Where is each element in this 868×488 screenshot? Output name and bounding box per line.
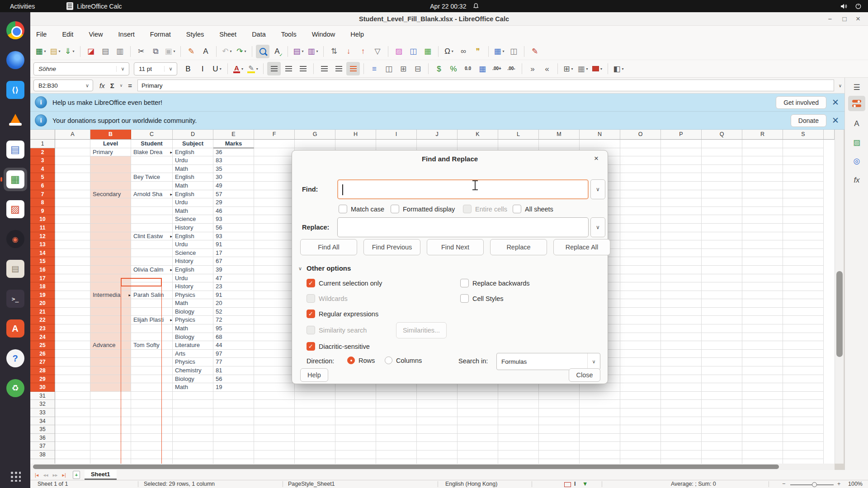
autofilter-icon[interactable]: ▽	[371, 45, 384, 58]
cell-D12[interactable]: English	[173, 232, 213, 241]
row-header-20[interactable]: 20	[30, 299, 55, 308]
cell-S13[interactable]	[783, 240, 824, 249]
cell-Q15[interactable]	[702, 257, 742, 266]
document-modified-icon[interactable]: ▼	[582, 481, 588, 487]
cell-J34[interactable]	[417, 417, 458, 426]
cell-P5[interactable]	[661, 173, 702, 182]
cell-B15[interactable]	[90, 257, 131, 266]
checkbox-icon[interactable]: ✓	[307, 279, 315, 287]
cell-F36[interactable]	[254, 434, 295, 442]
minimize-button[interactable]: −	[825, 14, 835, 24]
cell-F15[interactable]	[254, 257, 295, 266]
cell-E14[interactable]: 17	[213, 249, 254, 258]
cell-O8[interactable]	[620, 198, 661, 207]
cell-O24[interactable]	[620, 333, 661, 342]
cell-P19[interactable]	[661, 291, 702, 300]
find-input[interactable]	[337, 179, 589, 199]
cell-E26[interactable]: 97	[213, 350, 254, 358]
other-options-header[interactable]: Other options	[307, 264, 351, 272]
menu-styles[interactable]: Styles	[186, 31, 204, 38]
column-header-R[interactable]: R	[742, 130, 783, 140]
cell-O21[interactable]	[620, 308, 661, 316]
cell-P2[interactable]	[661, 148, 702, 157]
check-current-selection-only[interactable]: ✓Current selection only	[307, 279, 382, 287]
cell-S5[interactable]	[783, 173, 824, 182]
cell-B22[interactable]	[90, 316, 131, 324]
cell-S30[interactable]	[783, 383, 824, 392]
add-decimal-icon[interactable]: .00+	[490, 62, 504, 75]
cell-B16[interactable]	[90, 266, 131, 274]
cell-C37[interactable]	[131, 442, 173, 450]
cell-B34[interactable]	[90, 417, 131, 426]
cell-P37[interactable]	[661, 442, 702, 450]
cell-C17[interactable]	[131, 274, 173, 283]
cell-C9[interactable]	[131, 207, 173, 216]
sort-ascending-icon[interactable]: ↓	[342, 45, 355, 58]
cell-K35[interactable]	[458, 425, 498, 434]
cell-C34[interactable]	[131, 417, 173, 426]
cell-R3[interactable]	[742, 156, 783, 165]
cell-B13[interactable]	[90, 240, 131, 249]
cell-A30[interactable]	[55, 383, 90, 392]
sheet-tab-sheet1[interactable]: Sheet1	[85, 470, 117, 480]
open-icon[interactable]: ▤▾	[48, 45, 62, 58]
cell-Q2[interactable]	[702, 148, 742, 157]
cell-P39[interactable]	[661, 459, 702, 464]
cell-G37[interactable]	[295, 442, 335, 450]
cell-R21[interactable]	[742, 308, 783, 316]
donate-button[interactable]: Donate	[791, 114, 826, 127]
cell-E16[interactable]: 39	[213, 266, 254, 274]
cell-P11[interactable]	[661, 224, 702, 232]
column-header-H[interactable]: H	[335, 130, 376, 140]
cell-Q17[interactable]	[702, 274, 742, 283]
cell-A32[interactable]	[55, 400, 90, 408]
row-header-7[interactable]: 7	[30, 190, 55, 199]
cell-S2[interactable]	[783, 148, 824, 157]
row-header-36[interactable]: 36	[30, 434, 55, 442]
cell-D37[interactable]	[173, 442, 213, 450]
cell-R13[interactable]	[742, 240, 783, 249]
cell-R9[interactable]	[742, 207, 783, 216]
window-titlebar[interactable]: Student_Level_Fill_Blank.xlsx - LibreOff…	[0, 12, 868, 26]
cell-M1[interactable]	[539, 140, 580, 148]
row-header-4[interactable]: 4	[30, 165, 55, 174]
cell-M31[interactable]	[539, 392, 580, 400]
cell-K32[interactable]	[458, 400, 498, 408]
button-find-next[interactable]: Find Next	[427, 239, 484, 255]
cell-E6[interactable]: 49	[213, 182, 254, 190]
cell-C4[interactable]	[131, 165, 173, 174]
cell-L31[interactable]	[498, 392, 539, 400]
cell-O39[interactable]	[620, 459, 661, 464]
cell-H33[interactable]	[335, 408, 376, 417]
cell-C32[interactable]	[131, 400, 173, 408]
cell-F17[interactable]	[254, 274, 295, 283]
cell-P20[interactable]	[661, 299, 702, 308]
cell-I30[interactable]	[376, 383, 417, 392]
cell-D36[interactable]	[173, 434, 213, 442]
cell-F21[interactable]	[254, 308, 295, 316]
column-header-S[interactable]: S	[783, 130, 824, 140]
cell-D14[interactable]: Science	[173, 249, 213, 258]
cell-I38[interactable]	[376, 450, 417, 459]
close-dialog-button[interactable]: Close	[569, 368, 600, 382]
cell-B31[interactable]	[90, 392, 131, 400]
cell-D10[interactable]: Science	[173, 215, 213, 224]
cell-M30[interactable]	[539, 383, 580, 392]
cell-P3[interactable]	[661, 156, 702, 165]
cell-O6[interactable]	[620, 182, 661, 190]
cell-A28[interactable]	[55, 366, 90, 375]
row-header-10[interactable]: 10	[30, 215, 55, 224]
row-header-29[interactable]: 29	[30, 375, 55, 384]
cell-A2[interactable]	[55, 148, 90, 157]
clear-formatting-icon[interactable]: A	[199, 45, 212, 58]
cell-A16[interactable]	[55, 266, 90, 274]
cell-F12[interactable]	[254, 232, 295, 241]
vertical-scrollbar[interactable]	[835, 130, 844, 464]
row-header-6[interactable]: 6	[30, 182, 55, 190]
checkbox-icon[interactable]	[339, 205, 347, 213]
cell-P17[interactable]	[661, 274, 702, 283]
cell-R12[interactable]	[742, 232, 783, 241]
cell-R39[interactable]	[742, 459, 783, 464]
italic-icon[interactable]: I	[196, 62, 209, 75]
conditional-formatting-icon[interactable]: ◧▾	[612, 62, 625, 75]
